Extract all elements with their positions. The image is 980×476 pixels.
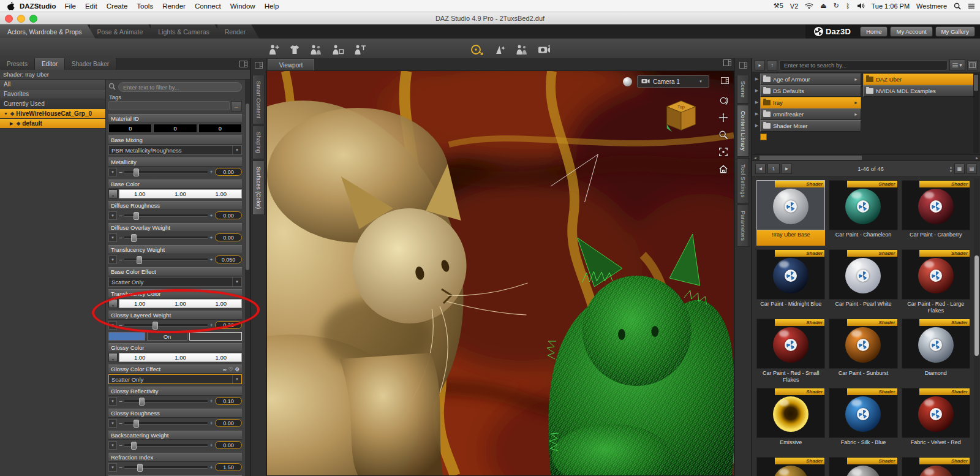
page-number[interactable]: 1	[767, 164, 780, 174]
sync-icon[interactable]: ↻	[834, 2, 839, 10]
viewport-tab[interactable]: Viewport	[268, 59, 314, 70]
eject-icon[interactable]: ⏏	[820, 2, 826, 10]
menu-tools[interactable]: Tools	[137, 2, 153, 10]
panel-menu-icon[interactable]	[967, 60, 978, 70]
param-value[interactable]: 0.00	[215, 441, 242, 449]
material-id-value[interactable]: 0	[198, 124, 242, 133]
param-value[interactable]: 0.050	[215, 255, 242, 263]
activity-tab-actors-wardrobe-props[interactable]: Actors, Wardrobe & Props	[0, 25, 96, 39]
scene-people-icon[interactable]	[516, 44, 528, 55]
home-button[interactable]: Home	[860, 26, 888, 37]
surfaces-scrollbar[interactable]	[245, 80, 250, 476]
nav-forward-icon[interactable]: ▸	[755, 60, 765, 70]
decrement-button[interactable]: –	[118, 235, 123, 241]
content-search-input[interactable]	[779, 60, 948, 70]
list-view-icon[interactable]: ▤	[967, 164, 977, 174]
measure-figure-icon[interactable]	[354, 44, 366, 55]
close-window-button[interactable]	[5, 15, 13, 23]
param-options-button[interactable]: ▼	[108, 168, 117, 176]
slider-track[interactable]	[124, 420, 208, 426]
frame-tool-icon[interactable]	[718, 147, 728, 159]
folder-daz-uber[interactable]: DAZ Uber	[863, 74, 979, 85]
viewport-pane-menu-icon[interactable]	[723, 58, 734, 70]
panel-menu-icon[interactable]	[239, 58, 250, 70]
increment-button[interactable]: +	[209, 322, 214, 328]
apple-menu-icon[interactable]	[7, 2, 16, 10]
shader-thumbnail-diamond[interactable]: ShaderDiamond	[902, 319, 970, 384]
slider-track[interactable]	[124, 398, 208, 404]
menu-edit[interactable]: Edit	[85, 2, 97, 10]
expander-icon[interactable]: ▶	[753, 100, 760, 105]
expander-icon[interactable]: ▶	[753, 77, 760, 81]
menubar-clock[interactable]: Tue 1:06 PM	[872, 2, 910, 10]
pan-tool-icon[interactable]	[718, 113, 728, 125]
menu-create[interactable]: Create	[107, 2, 128, 10]
expander-icon[interactable]: ▶	[753, 88, 760, 93]
decrement-button[interactable]: –	[118, 464, 123, 470]
zoom-tool-icon[interactable]	[718, 130, 728, 142]
gear-icon[interactable]: ⚙	[235, 366, 239, 372]
node-selection-tool-icon[interactable]	[470, 43, 484, 56]
zoom-window-button[interactable]	[29, 15, 37, 23]
material-id-value[interactable]: 0	[108, 124, 152, 133]
surface-selection-tool-icon[interactable]	[494, 44, 506, 55]
aim-sphere-icon[interactable]	[623, 77, 632, 86]
dock-tab-smart-content[interactable]: Smart Content	[252, 75, 265, 124]
pose-figure-icon[interactable]	[332, 44, 344, 55]
surface-filter-input[interactable]	[118, 82, 242, 92]
decrement-button[interactable]: –	[118, 169, 123, 175]
shader-thumbnail-car-paint-red-small-flakes[interactable]: ShaderCar Paint - Red - Small Flakes	[756, 319, 825, 384]
param-value[interactable]: 0.00	[215, 419, 242, 427]
decrement-button[interactable]: –	[118, 322, 123, 328]
minimize-window-button[interactable]	[17, 15, 25, 23]
scroll-left-icon[interactable]: ◄	[752, 156, 758, 160]
slider-track[interactable]	[124, 464, 208, 470]
dock-tab-surfaces-color[interactable]: Surfaces (Color)	[252, 161, 265, 215]
render-camera-icon[interactable]	[538, 45, 551, 54]
slider-track[interactable]	[124, 234, 208, 241]
panel-menu-icon[interactable]	[739, 60, 747, 71]
slider-handle[interactable]	[134, 212, 139, 220]
slider-handle[interactable]	[134, 168, 139, 176]
scrollbar-thumb[interactable]	[760, 156, 862, 160]
shader-thumbnail-car-paint-chameleon[interactable]: ShaderCar Paint - Chameleon	[829, 180, 897, 246]
activity-tab-lights-cameras[interactable]: Lights & Cameras	[151, 25, 222, 39]
shader-thumbnail-car-paint-cranberry[interactable]: ShaderCar Paint - Cranberry	[902, 180, 970, 246]
param-options-button[interactable]: ▼	[108, 441, 117, 450]
activity-tab-pose-animate[interactable]: Pose & Animate	[90, 25, 157, 39]
dock-tab-content-library[interactable]: Content Library	[737, 105, 749, 157]
notification-center-icon[interactable]	[968, 3, 975, 9]
folder-shader-mixer[interactable]: Shader Mixer	[760, 120, 861, 132]
color-values[interactable]: 1.001.001.00	[119, 189, 242, 198]
folder-age-of-armour[interactable]: Age of Armour►	[760, 74, 861, 85]
scrollbar-thumb[interactable]	[246, 104, 249, 270]
tab-shader-baker[interactable]: Shader Baker	[65, 58, 116, 70]
param-options-button[interactable]: ▼	[108, 419, 117, 428]
increment-button[interactable]: +	[209, 464, 214, 470]
surface-list-item-all[interactable]: All	[0, 80, 105, 89]
my-account-button[interactable]: My Account	[890, 26, 932, 37]
page-size-stepper[interactable]: ▲▼	[949, 165, 952, 173]
volume-icon[interactable]	[857, 2, 865, 9]
menu-window[interactable]: Window	[230, 2, 255, 10]
active-folder-indicator[interactable]	[760, 134, 767, 140]
increment-button[interactable]: +	[209, 257, 214, 263]
shader-thumbnail-car-paint-midnight-blue[interactable]: ShaderCar Paint - Midnight Blue	[756, 249, 825, 315]
orbit-tool-icon[interactable]	[718, 96, 728, 108]
menu-file[interactable]: File	[64, 2, 76, 10]
wifi-icon[interactable]	[805, 2, 813, 9]
tools-count-icon[interactable]: ⚒5	[774, 2, 783, 10]
slider-track[interactable]	[124, 442, 208, 448]
tags-browse-button[interactable]: ...	[231, 101, 242, 111]
viewport-layout-icon[interactable]	[721, 75, 729, 86]
wardrobe-icon[interactable]	[289, 44, 300, 55]
increment-button[interactable]: +	[209, 169, 214, 175]
view-options-button[interactable]: ▾	[949, 59, 965, 70]
my-gallery-button[interactable]: My Gallery	[935, 26, 975, 37]
expander-icon[interactable]: ▶	[753, 111, 760, 116]
tags-input[interactable]	[108, 101, 230, 110]
folder-iray[interactable]: Iray►	[760, 97, 861, 108]
slider-handle[interactable]	[137, 256, 142, 264]
param-dropdown-base-mixing[interactable]: PBR Metallicity/Roughness▼	[108, 145, 242, 155]
color-swatch-button[interactable]: ▼	[108, 353, 118, 362]
